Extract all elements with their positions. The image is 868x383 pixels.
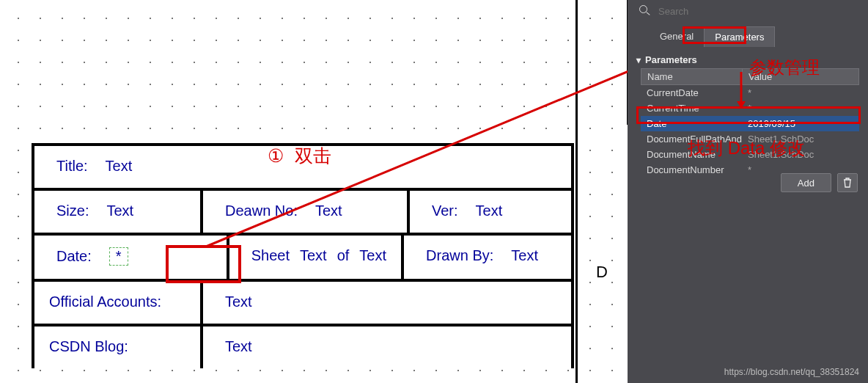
cell-csdn[interactable]: CSDN Blog:	[34, 327, 203, 368]
title-label: Title:	[56, 158, 88, 175]
drawno-label: Deawn No:	[225, 203, 298, 219]
ver-label: Ver:	[432, 203, 458, 219]
sheet-label: Sheet	[251, 247, 290, 264]
annotation-box-date	[166, 245, 241, 283]
delete-button[interactable]	[837, 173, 858, 192]
annotation-doubleclick-text: 双击	[295, 145, 331, 166]
annotation-param-mgr: 参数管理	[749, 56, 820, 79]
search-input[interactable]	[657, 5, 859, 18]
schematic-sheet[interactable]: D Title: Text Size: Text Deawn No: Text	[0, 0, 628, 383]
cell-drawno[interactable]: Deawn No: Text	[203, 191, 410, 233]
title-block[interactable]: Title: Text Size: Text Deawn No: Text Ve…	[32, 143, 574, 368]
title-value: Text	[106, 158, 133, 175]
annotation-box-tab	[683, 26, 746, 44]
param-row[interactable]: CurrentDate *	[641, 85, 859, 101]
cell-size[interactable]: Size: Text	[34, 191, 203, 233]
annotation-box-row	[636, 106, 861, 124]
caret-down-icon: ▾	[636, 55, 641, 65]
drawnby-label: Drawn By:	[426, 247, 493, 264]
csdn-value: Text	[225, 338, 252, 355]
zone-label: D	[596, 263, 608, 282]
annotation-find-data: 找到 Data 修改	[688, 136, 805, 160]
annotation-num-icon: ①	[268, 145, 284, 166]
cell-sheet[interactable]: Sheet Text of Text	[229, 236, 404, 279]
cell-ver[interactable]: Ver: Text	[410, 191, 571, 233]
cell-official[interactable]: Official Accounts:	[34, 282, 203, 324]
size-label: Size:	[56, 203, 89, 219]
official-value: Text	[225, 293, 252, 310]
cell-official-val[interactable]: Text	[203, 282, 571, 324]
search-icon	[639, 5, 651, 17]
ver-value: Text	[476, 203, 503, 219]
cell-drawnby[interactable]: Drawn By: Text	[404, 236, 571, 279]
param-name: CurrentDate	[641, 85, 742, 101]
sheet-value: Text	[300, 247, 327, 264]
section-title: Parameters	[645, 54, 697, 65]
date-label: Date:	[56, 248, 92, 265]
annotation-doubleclick: ① 双击	[268, 144, 331, 168]
cell-csdn-val[interactable]: Text	[203, 327, 571, 368]
drawnby-value: Text	[511, 247, 538, 264]
col-name: Name	[641, 68, 742, 85]
size-value: Text	[106, 203, 133, 219]
drawno-value: Text	[315, 203, 342, 219]
official-label: Official Accounts:	[49, 293, 161, 310]
sheet-of-label: of	[337, 247, 350, 264]
trash-icon	[843, 178, 852, 188]
param-value: *	[742, 85, 859, 101]
panel-search[interactable]	[639, 3, 859, 19]
watermark: https://blog.csdn.net/qq_38351824	[724, 367, 859, 377]
date-value[interactable]: *	[109, 247, 128, 266]
csdn-label: CSDN Blog:	[49, 338, 128, 355]
sheet-total: Text	[359, 247, 386, 264]
add-button[interactable]: Add	[781, 173, 831, 192]
